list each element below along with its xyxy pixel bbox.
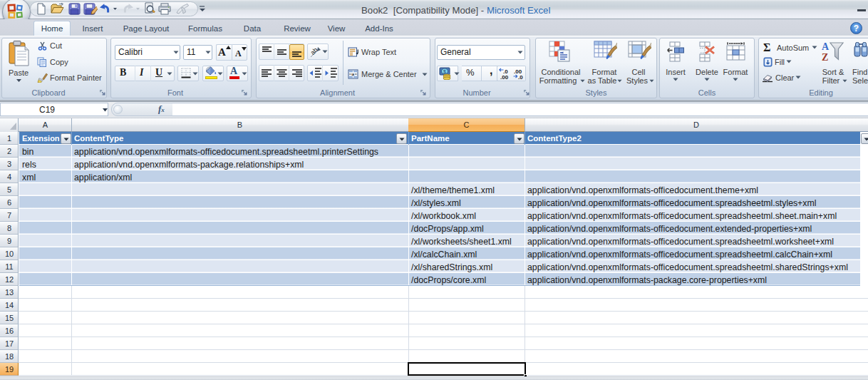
svg-text:.00: .00 (500, 74, 509, 80)
svg-text:.0: .0 (518, 74, 523, 80)
svg-text:$: $ (443, 69, 446, 74)
svg-text:Z: Z (822, 52, 828, 62)
svg-text:ab: ab (309, 46, 319, 56)
svg-text:a: a (351, 71, 354, 77)
svg-text:A: A (822, 41, 830, 52)
